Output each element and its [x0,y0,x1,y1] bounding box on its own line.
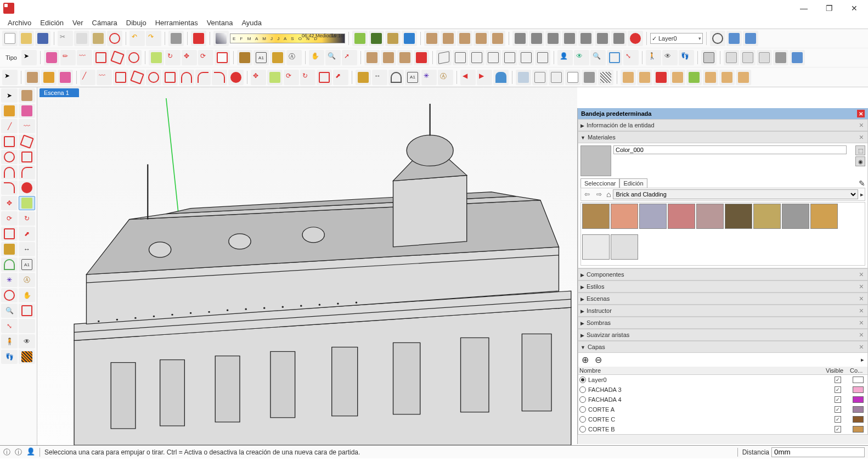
col-color[interactable]: Co... [850,367,866,374]
layer-row[interactable]: CORTE A✓ [578,405,867,414]
material-swatch-5[interactable] [725,204,752,229]
close-icon[interactable]: × [858,282,865,291]
layer-row[interactable]: FACHADA 4✓ [578,395,867,405]
scenes-button[interactable] [757,50,772,65]
move-r3[interactable]: ✥ [251,70,266,85]
freehand-tool[interactable]: 〰 [77,50,92,65]
panel-materiales[interactable]: ▼Materiales × [578,131,868,143]
layer-active-radio[interactable] [579,426,586,433]
scale-r3[interactable] [317,70,332,85]
menu-archivo[interactable]: Archivo [3,18,36,28]
sandbox-detail[interactable] [703,70,718,85]
look-around-button[interactable]: 👁 [574,50,589,65]
rotated-rect-tool[interactable] [110,50,125,65]
material-swatch-8[interactable] [810,204,838,229]
followme-r3[interactable]: ↻ [300,70,315,85]
close-icon[interactable]: × [858,121,865,130]
tray-close-icon[interactable]: ✕ [857,110,865,117]
circle-r3[interactable] [146,70,161,85]
layer-row[interactable]: CORTE B✓ [578,424,867,434]
material-category-select[interactable]: Brick and Cladding [613,189,858,199]
model-info-button[interactable] [191,31,206,46]
zoom-tool2[interactable]: 🔍 [325,50,341,65]
close-icon[interactable]: × [858,306,865,315]
lt-rotate[interactable]: ⟳ [1,211,18,226]
solid-subtract-button[interactable] [457,31,472,46]
view-front-button[interactable] [469,50,484,65]
lt-arc[interactable] [1,165,18,179]
menu-dibujo[interactable]: Dibujo [122,18,151,28]
style-mono-r3[interactable] [598,70,613,85]
tab-edicion[interactable]: Edición [619,178,647,188]
print-button[interactable] [168,31,184,46]
prev-scene-button[interactable] [562,31,577,46]
components-button[interactable] [364,50,380,65]
close-button[interactable]: ✕ [842,0,867,16]
dimension-r3[interactable]: ↔ [372,70,387,85]
material-swatch-0[interactable] [582,204,610,229]
material-swatch-9[interactable] [582,234,610,260]
lt-section[interactable] [19,350,35,364]
fog-button[interactable] [790,50,805,65]
delete-scene-button[interactable] [545,31,561,46]
lt-followme[interactable]: ↻ [19,211,35,226]
solid-trim-button[interactable] [474,31,489,46]
lt-component[interactable] [19,88,35,103]
solid-intersect-button[interactable] [441,31,456,46]
add-layer-button[interactable]: ⊕ [580,355,590,365]
lt-protractor[interactable] [1,257,18,272]
lt-text[interactable]: A1 [19,257,35,272]
undo-button[interactable]: ↶ [129,31,145,46]
remove-layer-button[interactable]: ⊖ [593,355,603,365]
next-scene-button[interactable] [595,31,610,46]
update-scene-button[interactable] [529,31,544,46]
view-bottom-button[interactable] [535,50,550,65]
open-file-button[interactable] [19,31,34,46]
copy-button[interactable] [74,31,89,46]
menu-camara[interactable]: Cámara [88,18,122,28]
layer-visible-checkbox[interactable]: ✓ [835,377,841,383]
view-left-button[interactable] [518,50,534,65]
eyedropper-icon[interactable]: ✎ [859,179,865,188]
style-wire-r3[interactable] [532,70,548,85]
add-scene-button[interactable] [512,31,528,46]
tray-title[interactable]: Bandeja predeterminada ✕ [578,108,868,119]
layer-dropdown[interactable]: ✓Layer0▾ [650,33,703,44]
material-swatch-7[interactable] [782,204,809,229]
layer-visible-checkbox[interactable]: ✓ [835,416,841,423]
layer-active-radio[interactable] [579,396,586,403]
arc-r3[interactable] [179,70,194,85]
panel-componentes[interactable]: ▶Componentes × [578,268,868,280]
menu-edicion[interactable]: Edición [36,18,68,28]
orbit-button[interactable] [710,31,725,46]
layer-visible-checkbox[interactable]: ✓ [835,406,841,413]
stop-animation-button[interactable] [628,31,643,46]
material-swatch-1[interactable] [611,204,638,229]
close-icon[interactable]: × [858,318,865,327]
close-icon[interactable]: × [858,343,865,351]
solid-union-button[interactable] [424,31,439,46]
walk-footprint[interactable]: 👣 [679,50,694,65]
image-igloo-r3[interactable] [493,70,509,85]
3dtext-tool[interactable]: Ⓐ [286,50,302,65]
lt-tape[interactable] [1,242,18,256]
text-r3[interactable]: A1 [405,70,420,85]
viewport[interactable]: Escena 1 [37,87,577,445]
lt-positioncam[interactable]: 🧍 [1,334,18,349]
shadow-time-slider[interactable]: E F M A M J J A S O N D 06:42 Mediodía 1… [230,33,345,43]
menu-ver[interactable]: Ver [68,18,88,28]
walk-tool[interactable]: 🚶 [646,50,661,65]
nav-back-icon[interactable]: ⇦ [582,190,592,198]
select-tool-r3[interactable]: ➤ [2,70,18,85]
rect-r3[interactable] [113,70,128,85]
axes-r3[interactable]: ✳ [421,70,437,85]
eraser-r3[interactable] [58,70,73,85]
lt-scale[interactable] [1,227,18,241]
lt-orbit[interactable] [1,288,18,302]
view-top-button[interactable] [453,50,468,65]
layers-dialog-button[interactable] [724,50,739,65]
rotate-tool[interactable]: ⟳ [198,50,213,65]
menu-ventana[interactable]: Ventana [202,18,238,28]
zoom-window-tool[interactable]: ➚ [342,50,357,65]
rotate-r3[interactable]: ⟳ [284,70,299,85]
